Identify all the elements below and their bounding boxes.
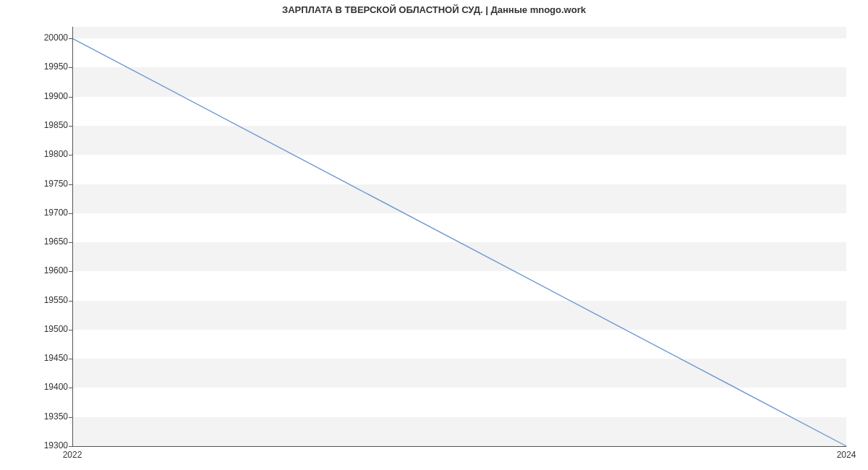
y-tick-mark xyxy=(69,67,72,68)
y-tick-label: 19900 xyxy=(4,91,68,101)
x-axis-line xyxy=(72,446,846,447)
y-tick-label: 19550 xyxy=(4,295,68,305)
y-tick-label: 19450 xyxy=(4,353,68,363)
y-tick-mark xyxy=(69,388,72,388)
y-tick-mark xyxy=(69,97,72,98)
y-tick-mark xyxy=(69,126,72,127)
y-tick-label: 19700 xyxy=(4,208,68,218)
y-tick-mark xyxy=(69,301,72,302)
y-tick-mark xyxy=(69,417,72,418)
y-axis-line xyxy=(72,27,73,446)
y-tick-label: 20000 xyxy=(4,33,68,43)
y-tick-mark xyxy=(69,184,72,185)
y-tick-label: 19950 xyxy=(4,61,68,72)
chart-container: ЗАРПЛАТА В ТВЕРСКОЙ ОБЛАСТНОЙ СУД. | Дан… xyxy=(0,0,868,470)
y-tick-label: 19750 xyxy=(4,179,68,189)
series-line xyxy=(72,38,846,446)
y-tick-label: 19800 xyxy=(4,149,68,159)
y-tick-label: 19500 xyxy=(4,324,68,334)
x-tick-label: 2022 xyxy=(63,450,82,460)
x-tick-label: 2024 xyxy=(837,450,856,460)
y-tick-mark xyxy=(69,242,72,243)
y-tick-mark xyxy=(69,446,72,447)
y-tick-mark xyxy=(69,155,72,155)
y-tick-label: 19350 xyxy=(4,411,68,422)
chart-title: ЗАРПЛАТА В ТВЕРСКОЙ ОБЛАСТНОЙ СУД. | Дан… xyxy=(0,4,868,15)
y-tick-mark xyxy=(69,330,72,330)
y-tick-mark xyxy=(69,213,72,214)
chart-line-layer xyxy=(72,27,846,446)
y-tick-label: 19650 xyxy=(4,236,68,247)
y-tick-label: 19850 xyxy=(4,120,68,130)
y-tick-label: 19300 xyxy=(4,440,68,450)
y-tick-mark xyxy=(69,38,72,39)
y-tick-label: 19400 xyxy=(4,382,68,392)
y-tick-mark xyxy=(69,271,72,272)
y-tick-mark xyxy=(69,359,72,359)
y-tick-label: 19600 xyxy=(4,265,68,275)
